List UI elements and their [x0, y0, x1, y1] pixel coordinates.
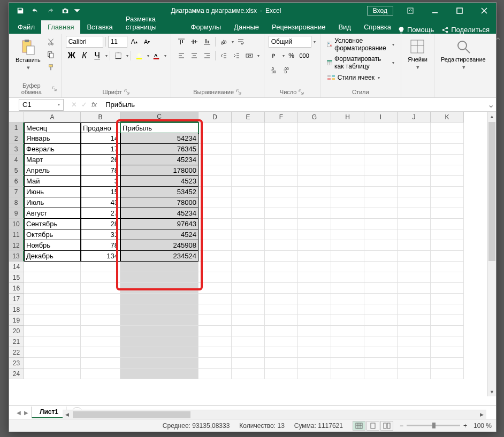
cell[interactable]: [232, 133, 265, 144]
cell[interactable]: 15: [81, 187, 120, 197]
cell[interactable]: [364, 369, 398, 379]
zoom-in-button[interactable]: +: [463, 422, 467, 430]
cell[interactable]: [24, 304, 81, 315]
cell[interactable]: [232, 304, 265, 315]
cell[interactable]: [232, 144, 265, 155]
ribbon-options-icon[interactable]: [399, 5, 422, 17]
cell[interactable]: [398, 347, 431, 358]
cell[interactable]: [198, 240, 232, 251]
cell[interactable]: [431, 251, 464, 262]
copy-icon[interactable]: [45, 49, 57, 60]
cell[interactable]: [398, 155, 431, 165]
cell[interactable]: 234524: [120, 251, 198, 262]
cell[interactable]: [265, 262, 298, 272]
cell[interactable]: [398, 336, 431, 347]
row-header[interactable]: 9: [9, 208, 24, 219]
vertical-scroll-thumb[interactable]: [488, 122, 495, 261]
cell[interactable]: [398, 294, 431, 304]
cell[interactable]: [198, 229, 232, 240]
cell[interactable]: [331, 176, 364, 187]
cell[interactable]: [298, 358, 331, 369]
borders-icon[interactable]: [112, 50, 124, 62]
select-all-button[interactable]: [9, 112, 24, 122]
horizontal-scroll-thumb[interactable]: [73, 411, 190, 418]
italic-button[interactable]: К: [79, 50, 90, 62]
format-painter-icon[interactable]: [45, 62, 57, 73]
cell[interactable]: [265, 304, 298, 315]
conditional-formatting-button[interactable]: Условное форматирование▾: [325, 36, 396, 53]
cell[interactable]: [265, 229, 298, 240]
cell[interactable]: [198, 155, 232, 165]
cell[interactable]: 54234: [120, 133, 198, 144]
cell[interactable]: [198, 122, 232, 133]
cell[interactable]: [198, 219, 232, 229]
cell[interactable]: [331, 272, 364, 283]
cell[interactable]: [120, 283, 198, 294]
row-header[interactable]: 23: [9, 358, 24, 369]
cell[interactable]: [232, 176, 265, 187]
row-header[interactable]: 12: [9, 240, 24, 251]
wrap-text-icon[interactable]: [235, 36, 247, 48]
cell[interactable]: [398, 229, 431, 240]
collapse-ribbon-icon[interactable]: ⌃: [492, 34, 503, 97]
cell[interactable]: [398, 304, 431, 315]
column-header[interactable]: E: [232, 112, 265, 122]
row-header[interactable]: 22: [9, 347, 24, 358]
cell[interactable]: [364, 336, 398, 347]
cell[interactable]: [198, 336, 232, 347]
cell[interactable]: 31: [81, 229, 120, 240]
cell-styles-button[interactable]: Стили ячеек▾: [325, 72, 396, 83]
cell[interactable]: [120, 315, 198, 326]
cell[interactable]: [198, 294, 232, 304]
percent-icon[interactable]: %: [286, 50, 297, 62]
cell[interactable]: [298, 262, 331, 272]
cell[interactable]: [331, 294, 364, 304]
cell[interactable]: [232, 294, 265, 304]
orientation-icon[interactable]: ab: [218, 36, 230, 48]
align-top-icon[interactable]: [175, 36, 187, 48]
zoom-out-button[interactable]: −: [400, 422, 403, 430]
cell[interactable]: [398, 197, 431, 208]
cell[interactable]: [232, 219, 265, 229]
cell[interactable]: [24, 336, 81, 347]
cell[interactable]: [232, 197, 265, 208]
cell[interactable]: [232, 315, 265, 326]
dialog-launcher-icon[interactable]: [124, 89, 129, 95]
cell[interactable]: [364, 304, 398, 315]
cell[interactable]: [24, 283, 81, 294]
cell[interactable]: [364, 251, 398, 262]
cell[interactable]: 17: [81, 144, 120, 155]
cell[interactable]: [81, 315, 120, 326]
cell[interactable]: [431, 208, 464, 219]
cell[interactable]: [364, 155, 398, 165]
cell[interactable]: 78000: [120, 197, 198, 208]
cell[interactable]: 97643: [120, 219, 198, 229]
cell[interactable]: [431, 304, 464, 315]
cell[interactable]: [198, 197, 232, 208]
format-as-table-button[interactable]: Форматировать как таблицу▾: [325, 54, 396, 71]
redo-icon[interactable]: [43, 4, 57, 18]
cell[interactable]: [298, 272, 331, 283]
cell[interactable]: 4524: [120, 229, 198, 240]
align-right-icon[interactable]: [201, 50, 213, 62]
cell[interactable]: [331, 304, 364, 315]
cell[interactable]: Март: [24, 155, 81, 165]
row-header[interactable]: 3: [9, 144, 24, 155]
cell[interactable]: [398, 176, 431, 187]
align-left-icon[interactable]: [175, 50, 187, 62]
row-header[interactable]: 18: [9, 304, 24, 315]
cell[interactable]: [431, 144, 464, 155]
cancel-formula-icon[interactable]: ✕: [71, 101, 77, 109]
cell[interactable]: [364, 176, 398, 187]
cell[interactable]: [298, 347, 331, 358]
cell[interactable]: [331, 197, 364, 208]
font-color-icon[interactable]: A: [150, 50, 162, 62]
share-button[interactable]: Поделиться: [441, 26, 490, 34]
cell[interactable]: [232, 122, 265, 133]
cell[interactable]: 245908: [120, 240, 198, 251]
cell[interactable]: [298, 176, 331, 187]
tab-формулы[interactable]: Формулы: [185, 20, 228, 34]
cell[interactable]: [265, 155, 298, 165]
increase-indent-icon[interactable]: [231, 50, 242, 62]
cell[interactable]: [298, 122, 331, 133]
